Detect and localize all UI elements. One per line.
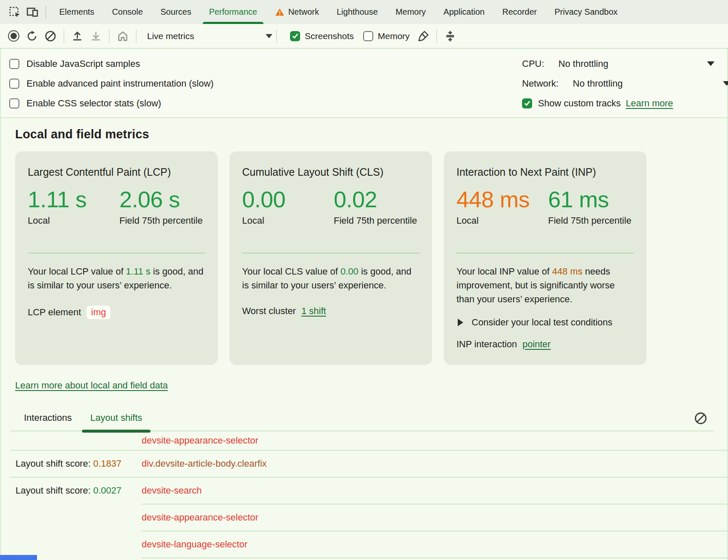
- lcp-description: Your local LCP value of 1.11 s is good, …: [28, 264, 204, 292]
- save-profile-button[interactable]: [87, 27, 105, 45]
- layout-shift-row: div.devsite-floating-action-buttons: [1, 558, 727, 560]
- tab-memory[interactable]: Memory: [387, 0, 435, 24]
- screenshots-checkbox-group[interactable]: Screenshots: [290, 31, 354, 41]
- cls-field-value: 0.02: [334, 188, 418, 211]
- chevron-down-icon: [707, 61, 715, 66]
- local-test-conditions-toggle[interactable]: Consider your local test conditions: [456, 317, 634, 328]
- clear-icon: [45, 30, 56, 42]
- lcp-local-value: 1.11 s: [28, 188, 119, 211]
- show-custom-tracks-checkbox[interactable]: [522, 98, 532, 108]
- metric-cards: Largest Contentful Paint (LCP) 1.11 s Lo…: [15, 151, 727, 365]
- clear-log-button[interactable]: [693, 410, 709, 426]
- layout-shift-row: devsite-appearance-selector: [1, 431, 727, 450]
- worst-cluster-link[interactable]: 1 shift: [301, 306, 326, 317]
- score-label: Layout shift score:: [16, 485, 93, 496]
- inp-field-label: Field 75th percentile: [548, 214, 632, 241]
- element-link[interactable]: devsite-search: [142, 485, 202, 496]
- log-tab-interactions[interactable]: Interactions: [24, 405, 72, 431]
- inspect-element-icon[interactable]: [6, 3, 24, 21]
- tab-performance[interactable]: Performance: [200, 0, 266, 24]
- divider: [242, 253, 419, 254]
- element-link[interactable]: devsite-language-selector: [142, 539, 248, 550]
- cls-card-title: Cumulative Layout Shift (CLS): [242, 165, 419, 179]
- css-selector-stats-checkbox[interactable]: [9, 98, 19, 108]
- clear-button[interactable]: [41, 27, 60, 45]
- network-label: Network:: [522, 78, 559, 89]
- inp-field-value: 61 ms: [548, 188, 632, 211]
- tab-lighthouse[interactable]: Lighthouse: [328, 0, 387, 24]
- blue-status-strip: [0, 555, 37, 560]
- worst-cluster-label: Worst cluster: [242, 306, 296, 317]
- score-label: Layout shift score:: [16, 458, 93, 469]
- cpu-throttling-select[interactable]: CPU: No throttling: [522, 54, 727, 74]
- tab-console[interactable]: Console: [103, 0, 151, 24]
- memory-label: Memory: [378, 31, 410, 41]
- option-label: Enable CSS selector stats (slow): [26, 98, 161, 109]
- history-dropdown-value: Live metrics: [147, 31, 266, 41]
- device-toolbar-icon[interactable]: [24, 3, 41, 21]
- divider: [109, 29, 110, 43]
- memory-checkbox[interactable]: [363, 31, 373, 41]
- layout-shift-row: Layout shift score: 0.0027 devsite-searc…: [1, 478, 727, 504]
- score-value: 0.1837: [93, 458, 121, 469]
- element-link[interactable]: devsite-appearance-selector: [142, 435, 258, 446]
- layout-shift-row: Layout shift score: 0.1837 div.devsite-a…: [1, 451, 727, 477]
- network-value: No throttling: [573, 78, 623, 89]
- reload-and-record-button[interactable]: [23, 27, 41, 45]
- record-button[interactable]: [4, 27, 23, 45]
- show-custom-tracks-option[interactable]: Show custom tracks Learn more: [522, 93, 727, 113]
- screenshots-checkbox[interactable]: [290, 31, 300, 41]
- isolate-button[interactable]: [414, 27, 433, 45]
- divider: [456, 253, 634, 254]
- chevron-down-icon: [266, 34, 272, 38]
- advanced-paint-checkbox[interactable]: [9, 79, 19, 89]
- cls-field-label: Field 75th percentile: [334, 214, 418, 241]
- live-metrics-view: Local and field metrics Largest Contentf…: [1, 118, 727, 560]
- element-link[interactable]: div.devsite-article-body.clearfix: [142, 458, 267, 469]
- option-label: Disable JavaScript samples: [26, 58, 140, 69]
- inp-interaction-label: INP interaction: [456, 339, 517, 350]
- performance-pane: Disable JavaScript samples Enable advanc…: [0, 49, 728, 560]
- home-button[interactable]: [113, 27, 132, 45]
- lcp-field-value: 2.06 s: [119, 188, 203, 211]
- inp-inline-value: 448 ms: [552, 266, 582, 277]
- record-icon: [8, 30, 19, 42]
- cls-inline-value: 0.00: [340, 266, 359, 277]
- collect-garbage-icon: [444, 30, 456, 42]
- learn-more-link[interactable]: Learn more: [626, 98, 673, 109]
- inp-description: Your local INP value of 448 ms needs imp…: [456, 264, 633, 306]
- lcp-local-label: Local: [28, 214, 119, 241]
- reload-icon: [26, 30, 38, 42]
- tab-network[interactable]: Network: [266, 0, 328, 24]
- check-icon: [292, 32, 298, 38]
- broom-icon: [417, 30, 429, 42]
- score-value: 0.0027: [93, 485, 121, 496]
- network-throttling-select[interactable]: Network: No throttling: [522, 74, 727, 93]
- cls-description: Your local CLS value of 0.00 is good, an…: [242, 264, 419, 292]
- layout-shift-row: devsite-language-selector: [1, 531, 727, 557]
- conditions-label: Consider your local test conditions: [472, 317, 612, 328]
- capture-settings: Disable JavaScript samples Enable advanc…: [1, 49, 727, 118]
- tab-sources[interactable]: Sources: [152, 0, 200, 24]
- collect-garbage-button[interactable]: [441, 27, 459, 45]
- lcp-element-node-link[interactable]: img: [87, 306, 111, 319]
- cls-local-value: 0.00: [242, 188, 334, 211]
- learn-more-field-data-link[interactable]: Learn more about local and field data: [15, 380, 168, 391]
- layout-shift-row: devsite-appearance-selector: [1, 505, 727, 531]
- inp-interaction-link[interactable]: pointer: [522, 339, 551, 350]
- check-icon: [524, 100, 530, 106]
- history-dropdown[interactable]: Live metrics: [147, 31, 272, 41]
- element-link[interactable]: devsite-appearance-selector: [142, 512, 258, 523]
- memory-checkbox-group[interactable]: Memory: [363, 31, 410, 41]
- tab-recorder[interactable]: Recorder: [493, 0, 546, 24]
- tab-privacy-sandbox[interactable]: Privacy Sandbox: [546, 0, 626, 24]
- inp-local-label: Local: [456, 214, 548, 241]
- performance-toolbar: Live metrics Screenshots Memory: [0, 24, 728, 49]
- tab-application[interactable]: Application: [435, 0, 493, 24]
- lcp-card-title: Largest Contentful Paint (LCP): [28, 165, 205, 179]
- load-profile-button[interactable]: [68, 27, 87, 45]
- log-tab-layout-shifts[interactable]: Layout shifts: [90, 405, 142, 431]
- home-icon: [116, 30, 129, 42]
- tab-elements[interactable]: Elements: [50, 0, 103, 24]
- disable-js-samples-checkbox[interactable]: [9, 59, 19, 69]
